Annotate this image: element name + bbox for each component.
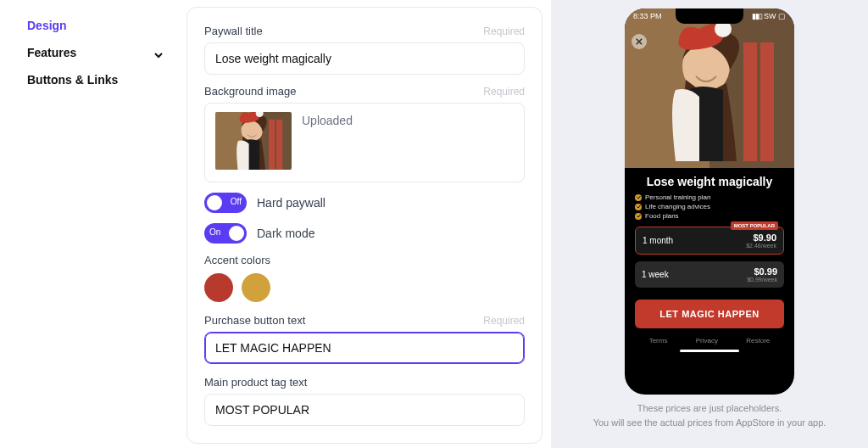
footer-restore[interactable]: Restore — [746, 337, 770, 344]
disclaimer-text: These prices are just placeholders. You … — [593, 401, 826, 429]
check-icon — [635, 204, 642, 210]
upload-status: Uploaded — [302, 112, 353, 127]
dark-mode-toggle[interactable]: On — [204, 223, 247, 244]
plan-option-selected[interactable]: MOST POPULAR 1 month $9.90 $2.48/week — [635, 227, 784, 255]
hard-paywall-label: Hard paywall — [257, 196, 326, 210]
form-panel: Paywall title Required Background image … — [178, 0, 551, 448]
paywall-preview-title: Lose weight magically — [635, 175, 784, 188]
phone-preview: 8:33 PM ▮▮▯ SW ▢ Lose weight magically P… — [625, 8, 794, 395]
status-right: ▮▮▯ SW ▢ — [752, 12, 786, 20]
toggle-state-text: On — [209, 227, 220, 237]
plan-price: $9.90 — [746, 232, 776, 243]
nav-label: Features — [27, 46, 76, 59]
required-text: Required — [483, 25, 525, 37]
close-icon[interactable] — [632, 34, 647, 49]
required-text: Required — [483, 86, 525, 98]
phone-hero-image — [625, 8, 794, 168]
toggle-knob — [229, 226, 244, 241]
nav-buttons-links[interactable]: Buttons & Links — [24, 66, 166, 93]
plan-subprice: $2.48/week — [746, 243, 776, 249]
accent-colors-label: Accent colors — [204, 254, 525, 266]
sidebar: Design Features Buttons & Links — [0, 0, 178, 448]
plan-name: 1 week — [642, 270, 669, 279]
dark-mode-label: Dark mode — [257, 227, 314, 240]
feature-row: Personal training plan — [635, 193, 784, 201]
phone-notch — [676, 8, 743, 24]
toggle-state-text: Off — [231, 197, 242, 206]
footer-privacy[interactable]: Privacy — [696, 337, 718, 344]
form-card: Paywall title Required Background image … — [186, 7, 542, 444]
main-tag-input[interactable] — [204, 394, 525, 426]
check-icon — [635, 213, 642, 220]
plan-subprice: $0.99/week — [747, 277, 777, 283]
nav-label: Design — [27, 19, 67, 32]
required-text: Required — [483, 315, 525, 327]
feature-row: Life changing advices — [635, 203, 784, 210]
plan-name: 1 month — [643, 236, 673, 245]
purchase-button-label: Purchase button text — [204, 314, 305, 327]
accent-swatch-1[interactable] — [204, 273, 233, 302]
plan-tag: MOST POPULAR — [731, 221, 778, 230]
plan-price: $0.99 — [747, 266, 777, 277]
preview-panel: 8:33 PM ▮▮▯ SW ▢ Lose weight magically P… — [551, 0, 868, 448]
cta-button[interactable]: LET MAGIC HAPPEN — [635, 300, 784, 328]
feature-row: Food plans — [635, 212, 784, 220]
background-upload-area[interactable]: Uploaded — [204, 103, 525, 182]
paywall-title-input[interactable] — [204, 42, 525, 75]
check-icon — [635, 194, 642, 201]
hard-paywall-toggle[interactable]: Off — [204, 193, 247, 213]
toggle-knob — [207, 195, 222, 210]
chevron-down-icon — [154, 48, 163, 57]
plan-option[interactable]: 1 week $0.99 $0.99/week — [635, 261, 784, 288]
nav-design[interactable]: Design — [24, 12, 166, 39]
nav-features[interactable]: Features — [24, 39, 166, 66]
upload-thumbnail — [215, 112, 292, 170]
home-indicator — [680, 350, 739, 352]
purchase-button-input[interactable] — [204, 332, 525, 364]
status-time: 8:33 PM — [633, 12, 662, 20]
nav-label: Buttons & Links — [27, 73, 118, 87]
paywall-title-label: Paywall title — [204, 25, 263, 37]
main-tag-label: Main product tag text — [204, 376, 307, 389]
accent-swatch-2[interactable] — [242, 273, 270, 302]
footer-terms[interactable]: Terms — [649, 337, 668, 344]
background-image-label: Background image — [204, 85, 296, 98]
